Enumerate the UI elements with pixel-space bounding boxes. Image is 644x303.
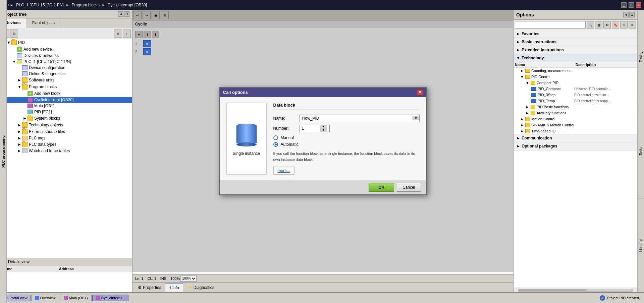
tree-item-devices-networks[interactable]: Devices & networks [0,53,132,59]
inst-pid-temp[interactable]: PID_Temp PID controller for temp... [514,98,637,104]
search-button-4[interactable]: 🔖 [612,21,619,28]
side-tab-tasks[interactable]: Tasks [638,104,644,198]
tree-arrow-plc-data-types[interactable]: ► [17,142,22,147]
details-view-header[interactable]: ▼ Details view [0,258,132,265]
tree-arrow-external[interactable]: ► [17,129,22,134]
inst-sinamics[interactable]: ► SINAMICS Motion Control [514,122,637,128]
tab-properties[interactable]: ⚙ Properties [134,284,165,291]
more-link[interactable]: more... [273,167,294,175]
tree-item-pid[interactable]: ▼ PID [0,39,132,46]
inst-motion-control[interactable]: ► Motion Control [514,116,637,122]
maximize-button[interactable]: □ [629,2,634,8]
zoom-select[interactable]: 100% 75% 150% [180,276,197,282]
dialog-close-button[interactable]: ✕ [417,89,423,96]
h-scrollbar[interactable] [514,288,637,292]
name-row: Name: ▼ [273,115,420,122]
program-blocks-icon [22,84,28,89]
external-source-icon [22,129,28,134]
radio-automatic-row[interactable]: Automatic [273,142,420,147]
name-label: Name: [273,116,297,121]
ok-button[interactable]: OK [369,183,394,192]
inst-time-based-io[interactable]: ► Time-based IO [514,128,637,134]
number-down-button[interactable]: ▼ [320,128,327,132]
right-panel-collapse[interactable]: ◄ [623,12,629,17]
tree-item-pid-fc1[interactable]: PID [FC1] [0,109,132,115]
tree-item-plc-data-types[interactable]: ► PLC data types [0,141,132,148]
inst-counting[interactable]: ► Counting, measuremen... [514,68,637,74]
communication-arrow: ► [516,136,520,140]
tree-item-watch-tables[interactable]: ► Watch and force tables [0,148,132,154]
tree-arrow-pid[interactable]: ▼ [7,40,11,45]
expand-all-button[interactable]: ↕ [123,29,131,38]
section-optional-header[interactable]: ► Optional packages [514,142,637,150]
name-dropdown-button[interactable]: ▼ [413,116,419,120]
expand-all-right[interactable]: ⊞ [620,21,628,28]
search-button-3[interactable]: ⚙ [603,21,611,28]
tree-item-add-block[interactable]: + Add new block [0,90,132,97]
inst-pid-control[interactable]: ▼ PID Control [514,74,637,80]
section-technology: ▼ Technology Name Description ► Cou [514,54,637,134]
plc-programming-text: PLC programming [1,135,5,168]
details-view: ▼ Details view Name Address [0,258,132,292]
path-plc: PLC_1 [CPU 1512C-1 PN] [16,3,63,7]
h-scrollbar-track [518,289,633,292]
tab-diagnostics[interactable]: ⚡ Diagnostics [183,284,218,291]
tree-item-technology-objects[interactable]: ► Technology objects [0,122,132,128]
collapse-panel-button[interactable]: ◄ [118,11,123,17]
tree-arrow-plc-tags[interactable]: ► [17,136,22,140]
right-panel-more[interactable]: ≡ [629,21,636,28]
number-up-button[interactable]: ▲ [320,125,327,128]
inst-aux-functions[interactable]: ► Auxiliary functions [514,110,637,116]
inst-pid-compact[interactable]: PID_Compact Universal PID controlle... [514,86,637,92]
list-view-button[interactable]: ≡ [114,29,122,38]
side-tab-libraries[interactable]: Libraries [638,198,644,292]
name-input[interactable] [300,115,413,122]
tree-arrow-watch-tables[interactable]: ► [17,148,22,153]
tree-item-device-config[interactable]: Device configuration [0,65,132,71]
tree-arrow-software-units[interactable]: ► [17,78,22,82]
tab-plant-objects[interactable]: Plant objects [26,18,60,28]
undock-panel-button[interactable]: ⊡ [124,11,129,17]
tree-item-cyclic-interrupt[interactable]: CyclicInterrupt [OB30] [0,97,132,103]
search-input[interactable] [515,21,586,28]
section-favorites-header[interactable]: ► Favorites [514,30,637,38]
main-ob1-button[interactable]: Main (OB1) [60,295,92,301]
number-input[interactable] [300,125,320,132]
tree-arrow-program-blocks[interactable]: ▼ [17,84,22,89]
section-communication-header[interactable]: ► Communication [514,134,637,142]
close-button[interactable]: ✕ [636,2,641,8]
tree-arrow-plc1[interactable]: ▼ [12,59,17,64]
pid-compact-desc: Universal PID controlle... [574,87,635,91]
inst-compact-pid[interactable]: ▼ Compact PID [514,80,637,86]
tree-item-add-device[interactable]: + Add new device [0,46,132,53]
cyclic-button[interactable]: CyclicInterru... [92,295,128,301]
inst-pid-basic[interactable]: ► PID Basic functions [514,104,637,110]
search-button-2[interactable]: ▦ [595,21,602,28]
tree-item-online-diag[interactable]: Online & diagnostics [0,71,132,77]
tree-item-system-blocks[interactable]: ► System blocks [0,115,132,122]
inst-pid-3step[interactable]: PID_3Step PID controller with int... [514,92,637,98]
tree-arrow-system-blocks[interactable]: ► [23,116,28,121]
right-panel-undock[interactable]: ⊡ [629,12,635,17]
tree-arrow-tech-objects[interactable]: ► [17,123,22,127]
minimize-button[interactable]: _ [621,2,627,8]
h-scroll-thumb[interactable] [519,289,587,291]
tree-item-main-ob1[interactable]: Main [OB1] [0,103,132,109]
tab-info[interactable]: ℹ Info [165,284,183,292]
overview-button[interactable]: Overview [31,295,59,301]
tree-item-plc1[interactable]: ▼ PLC_1 [CPU 1512C-1 PN] [0,59,132,65]
section-basic-header[interactable]: ► Basic instructions [514,38,637,46]
section-extended-header[interactable]: ► Extended instructions [514,46,637,54]
section-technology-header[interactable]: ▼ Technology [514,54,637,62]
cancel-button[interactable]: Cancel [397,183,421,192]
tree-item-program-blocks[interactable]: ▼ Program blocks [0,83,132,90]
tree-item-external-source[interactable]: ► External source files [0,128,132,135]
grid-view-button[interactable]: ⊟ [10,29,18,38]
side-tab-testing[interactable]: Testing [638,10,644,104]
tree-item-plc-tags[interactable]: ► PLC tags [0,135,132,141]
search-button-1[interactable]: 🔍 [587,21,594,28]
radio-manual-row[interactable]: Manual [273,135,420,140]
tree-item-software-units[interactable]: ► Software units [0,77,132,83]
pid-control-arrow: ▼ [520,75,524,79]
pid-temp-icon [531,99,536,103]
